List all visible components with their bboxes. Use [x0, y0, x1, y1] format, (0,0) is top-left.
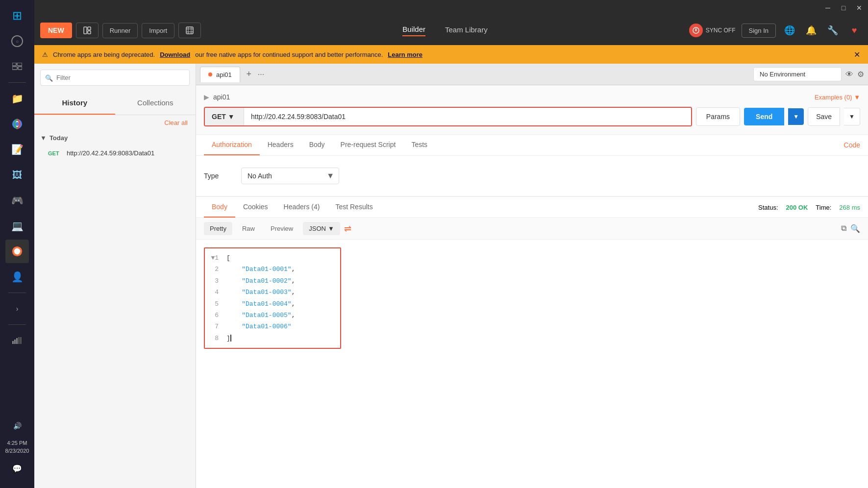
sidebar-tabs: History Collections [34, 92, 196, 115]
tab-headers[interactable]: Headers [260, 135, 301, 155]
method-selector[interactable]: GET ▼ [205, 108, 244, 125]
format-raw[interactable]: Raw [236, 222, 261, 235]
api-name-row: ▶ api01 Examples (0) ▼ [204, 93, 860, 101]
resp-tab-cookies[interactable]: Cookies [235, 197, 276, 218]
tab-tests[interactable]: Tests [403, 135, 435, 155]
time: 4:25 PM [5, 439, 29, 447]
sync-button[interactable]: SYNC OFF [689, 24, 736, 37]
filter-input[interactable] [40, 70, 190, 86]
collections-tab[interactable]: Collections [115, 92, 196, 115]
bell-icon[interactable]: 🔔 [803, 23, 819, 38]
params-button[interactable]: Params [696, 107, 740, 126]
gear-icon[interactable]: ⚙ [857, 70, 864, 79]
tab-authorization[interactable]: Authorization [204, 135, 260, 155]
maximize-button[interactable]: □ [839, 3, 848, 13]
tab-pre-request-script[interactable]: Pre-request Script [333, 135, 404, 155]
download-link[interactable]: Download [160, 51, 190, 58]
search-code-icon[interactable]: 🔍 [850, 224, 860, 233]
new-tab-button[interactable]: + [242, 68, 256, 81]
environment-dropdown[interactable]: No Environment [753, 67, 842, 81]
auth-section: Type No Auth ▼ [196, 156, 868, 196]
toolbar-right: SYNC OFF Sign In 🌐 🔔 🔧 ♥ [689, 23, 862, 38]
code-line-8: 8 ] [209, 333, 336, 344]
taskbar-bottom: 🔊 4:25 PM 8/23/2020 💬 [5, 414, 29, 484]
resp-tab-body[interactable]: Body [204, 197, 235, 218]
eye-icon[interactable]: 👁 [845, 70, 853, 79]
sidebar-search-area: 🔍 [34, 64, 196, 92]
runner-button[interactable]: Runner [102, 23, 138, 38]
expand-icon[interactable]: ▶ [204, 93, 209, 101]
json-label: JSON [309, 225, 326, 232]
json-badge[interactable]: JSON ▼ [303, 222, 340, 235]
close-button[interactable]: ✕ [854, 3, 864, 13]
svg-rect-0 [12, 63, 16, 66]
taskview-icon[interactable] [5, 55, 29, 78]
format-pretty[interactable]: Pretty [204, 222, 232, 235]
clear-all-button[interactable]: Clear all [34, 115, 196, 130]
url-input[interactable] [244, 108, 691, 125]
svg-rect-15 [88, 27, 91, 30]
more-tabs-button[interactable]: ··· [258, 70, 264, 79]
taskbar: ⊞ ○ 📁 📝 🖼 🎮 💻 👤 › 🔊 4:25 PM 8/23/2020 💬 [0, 0, 34, 488]
postman-icon[interactable] [5, 240, 29, 263]
auth-type-select[interactable]: No Auth [241, 168, 339, 184]
banner-text: Chrome apps are being deprecated. [53, 51, 155, 58]
resp-tab-headers[interactable]: Headers (4) [276, 197, 328, 218]
send-button[interactable]: Send [744, 108, 784, 125]
import-button[interactable]: Import [142, 23, 174, 38]
code-content: ▼1 [ 2 "Data01-0001", 3 "Data01-0002", [196, 240, 868, 488]
notes-icon[interactable]: 📝 [5, 138, 29, 161]
examples-link[interactable]: Examples (0) ▼ [815, 94, 860, 101]
banner-close-button[interactable]: ✕ [854, 50, 860, 59]
api-name: api01 [213, 93, 230, 101]
globe-icon[interactable]: 🌐 [782, 23, 797, 38]
url-input-wrapper: GET ▼ [204, 107, 692, 126]
history-tab[interactable]: History [34, 92, 115, 115]
circle-icon[interactable]: ○ [5, 29, 29, 53]
rdp-icon[interactable]: 💻 [5, 214, 29, 238]
capture-button[interactable] [178, 23, 201, 38]
svg-rect-16 [88, 31, 91, 34]
resp-tab-test-results[interactable]: Test Results [327, 197, 380, 218]
chrome-icon[interactable] [5, 112, 29, 136]
layout-button[interactable] [76, 23, 99, 38]
speaker-icon[interactable]: 🔊 [5, 414, 29, 438]
format-preview[interactable]: Preview [265, 222, 299, 235]
learn-more-link[interactable]: Learn more [388, 51, 422, 58]
request-tabs: Authorization Headers Body Pre-request S… [196, 135, 868, 156]
request-tab-api01[interactable]: api01 [200, 67, 240, 82]
search-icon: 🔍 [45, 74, 53, 81]
layout-icon [83, 26, 91, 34]
save-dropdown-button[interactable]: ▼ [844, 108, 860, 125]
sign-in-button[interactable]: Sign In [742, 24, 776, 38]
folder-icon[interactable]: 📁 [5, 87, 29, 110]
windows-icon[interactable]: ⊞ [5, 4, 29, 27]
code-line-5: 5 "Data01-0004", [209, 298, 336, 310]
image-icon[interactable]: 🖼 [5, 163, 29, 187]
minimize-button[interactable]: ─ [823, 3, 833, 13]
filter-icon[interactable]: ⇌ [344, 223, 351, 234]
puzzle-icon[interactable]: 🎮 [5, 189, 29, 212]
code-line-4: 4 "Data01-0003", [209, 287, 336, 298]
auth-type-wrapper: No Auth ▼ [241, 168, 339, 184]
svg-rect-2 [12, 67, 17, 70]
date: 8/23/2020 [5, 447, 29, 455]
chat-icon[interactable]: 💬 [5, 457, 29, 480]
person-icon[interactable]: 👤 [5, 265, 29, 289]
save-button[interactable]: Save [808, 107, 840, 126]
copy-icon[interactable]: ⧉ [841, 224, 846, 233]
arrow-right-icon[interactable]: › [5, 297, 29, 320]
svg-point-24 [695, 30, 696, 31]
new-button[interactable]: NEW [40, 23, 72, 38]
heart-icon[interactable]: ♥ [846, 23, 862, 38]
tab-builder[interactable]: Builder [402, 25, 425, 36]
svg-rect-17 [186, 27, 193, 34]
tab-team-library[interactable]: Team Library [445, 25, 488, 36]
tab-body[interactable]: Body [301, 135, 333, 155]
wrench-icon[interactable]: 🔧 [825, 23, 841, 38]
network-icon[interactable] [5, 329, 29, 352]
code-line-2: 2 "Data01-0001", [209, 264, 336, 275]
send-dropdown-button[interactable]: ▼ [788, 108, 804, 125]
code-link[interactable]: Code [844, 141, 860, 149]
history-item[interactable]: GET http://20.42.24.59:8083/Data01 [34, 146, 196, 161]
